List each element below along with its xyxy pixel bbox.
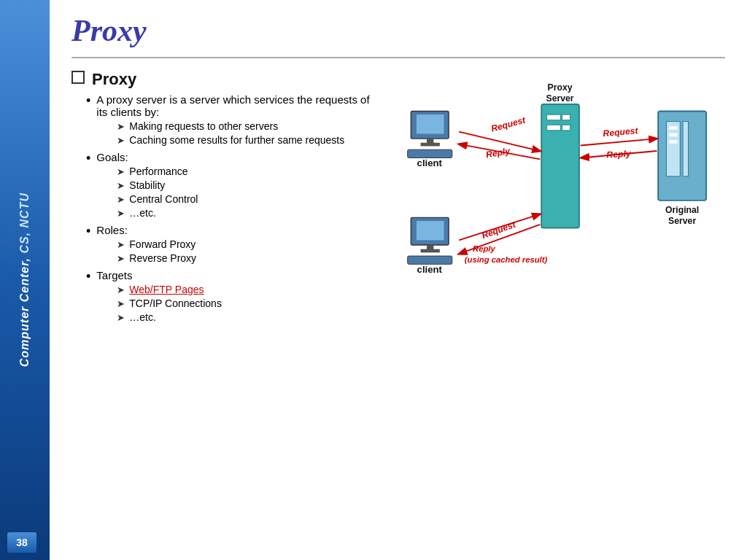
svg-rect-3: [421, 143, 440, 147]
svg-rect-20: [669, 126, 677, 130]
original-server-icon: Original Server: [658, 111, 706, 225]
list-item: ➤ Making requests to other servers: [117, 120, 378, 132]
reply2-label: Reply: [606, 149, 632, 160]
svg-rect-11: [547, 114, 561, 120]
bullet-text: Roles: ➤ Forward Proxy ➤ Reverse Proxy: [96, 224, 196, 266]
svg-rect-22: [669, 140, 677, 144]
arrow-icon: ➤: [117, 239, 125, 250]
text-column: Proxy • A proxy server is a server which…: [71, 70, 378, 328]
diagram-column: client client: [385, 70, 725, 303]
bullet-dot: •: [86, 151, 90, 167]
client1-icon: client: [408, 111, 452, 168]
proxy-diagram: client client: [385, 70, 725, 303]
list-item: ➤ Performance: [117, 166, 198, 177]
svg-text:Server: Server: [668, 216, 696, 226]
sub-list: ➤ Making requests to other servers ➤ Cac…: [117, 120, 378, 146]
list-item: ➤ …etc.: [117, 207, 198, 219]
list-item: • Goals: ➤ Performance ➤ Stability: [86, 151, 378, 221]
client1-label: client: [417, 158, 443, 168]
request2-label: Request: [603, 125, 639, 139]
arrow-icon: ➤: [117, 298, 125, 309]
arrow-icon: ➤: [117, 253, 125, 264]
list-item: • Roles: ➤ Forward Proxy ➤ Reverse Proxy: [86, 224, 378, 266]
request3-label: Request: [480, 219, 517, 241]
arrow-icon: ➤: [117, 135, 125, 146]
checkbox-item-proxy: Proxy: [71, 70, 378, 89]
web-ftp-link[interactable]: Web/FTP Pages: [129, 284, 204, 295]
bullet-text: Targets ➤ Web/FTP Pages ➤ TCP/IP Connect…: [96, 269, 222, 325]
proxy-server-icon: Proxy Server: [541, 82, 579, 228]
main-content: Proxy Proxy • A proxy server is a server…: [50, 0, 747, 560]
sub-list: ➤ Forward Proxy ➤ Reverse Proxy: [117, 238, 196, 264]
sub-list: ➤ Performance ➤ Stability ➤ Central Cont…: [117, 166, 198, 219]
checkbox-icon: [71, 71, 85, 84]
svg-text:Proxy: Proxy: [548, 82, 573, 93]
sidebar-label: Computer Center, CS, NCTU: [18, 192, 33, 367]
svg-text:Server: Server: [546, 93, 574, 104]
list-item: ➤ Caching some results for further same …: [117, 134, 378, 146]
bullet-text: Goals: ➤ Performance ➤ Stability: [96, 151, 198, 221]
bullet-dot: •: [86, 93, 90, 109]
svg-rect-14: [562, 125, 570, 131]
svg-text:Original: Original: [665, 205, 699, 215]
arrow-icon: ➤: [117, 194, 125, 205]
arrow-icon: ➤: [117, 284, 125, 295]
svg-rect-21: [669, 133, 677, 137]
reply3-cached-label: (using cached result): [465, 255, 548, 264]
request2-arrow: [581, 139, 657, 145]
svg-rect-1: [417, 114, 444, 133]
reply3-label: Reply: [473, 244, 495, 253]
page-number: 38: [7, 532, 36, 553]
client2-label: client: [417, 264, 443, 275]
slide-title: Proxy: [71, 13, 725, 48]
arrow-icon: ➤: [117, 180, 125, 191]
svg-rect-6: [417, 221, 444, 240]
bullet-text: A proxy server is a server which service…: [96, 93, 378, 148]
divider: [71, 57, 725, 58]
bullet-dot: •: [86, 269, 90, 285]
svg-rect-10: [541, 104, 579, 228]
arrow-icon: ➤: [117, 312, 125, 323]
client2-icon: client: [408, 217, 452, 274]
bullet-list: • A proxy server is a server which servi…: [86, 93, 378, 325]
arrow-icon: ➤: [117, 121, 125, 132]
svg-rect-4: [408, 149, 452, 158]
request1-label: Request: [490, 114, 527, 133]
list-item: ➤ Stability: [117, 179, 198, 191]
svg-rect-9: [408, 256, 452, 264]
list-item: ➤ Central Control: [117, 193, 198, 205]
svg-rect-19: [683, 122, 689, 176]
list-item: • A proxy server is a server which servi…: [86, 93, 378, 148]
list-item: ➤ Web/FTP Pages: [117, 284, 222, 295]
svg-rect-12: [562, 114, 570, 120]
reply1-label: Reply: [485, 146, 511, 160]
svg-rect-17: [658, 111, 706, 200]
arrow-icon: ➤: [117, 208, 125, 219]
sub-list: ➤ Web/FTP Pages ➤ TCP/IP Connections ➤ ……: [117, 284, 222, 323]
bullet-dot: •: [86, 224, 90, 240]
proxy-heading: Proxy: [92, 70, 136, 89]
list-item: • Targets ➤ Web/FTP Pages ➤ TCP/IP Conne…: [86, 269, 378, 325]
list-item: ➤ TCP/IP Connections: [117, 298, 222, 309]
list-item: ➤ …etc.: [117, 311, 222, 323]
list-item: ➤ Reverse Proxy: [117, 252, 196, 264]
svg-rect-13: [547, 125, 561, 131]
sidebar: Computer Center, CS, NCTU: [0, 0, 50, 560]
list-item: ➤ Forward Proxy: [117, 238, 196, 250]
svg-rect-8: [421, 249, 440, 253]
arrow-icon: ➤: [117, 166, 125, 177]
content-area: Proxy • A proxy server is a server which…: [71, 70, 725, 328]
